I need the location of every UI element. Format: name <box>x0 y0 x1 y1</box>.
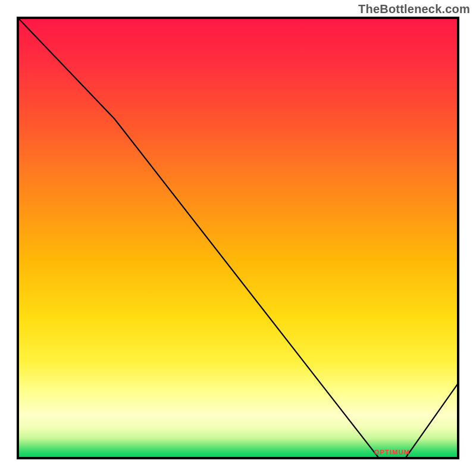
chart-container: TheBottleneck.com <box>0 0 476 476</box>
bottleneck-chart: OPTIMUM <box>0 0 476 476</box>
optimum-annotation: OPTIMUM <box>374 449 410 456</box>
attribution-label: TheBottleneck.com <box>358 2 470 16</box>
chart-background <box>18 18 458 458</box>
